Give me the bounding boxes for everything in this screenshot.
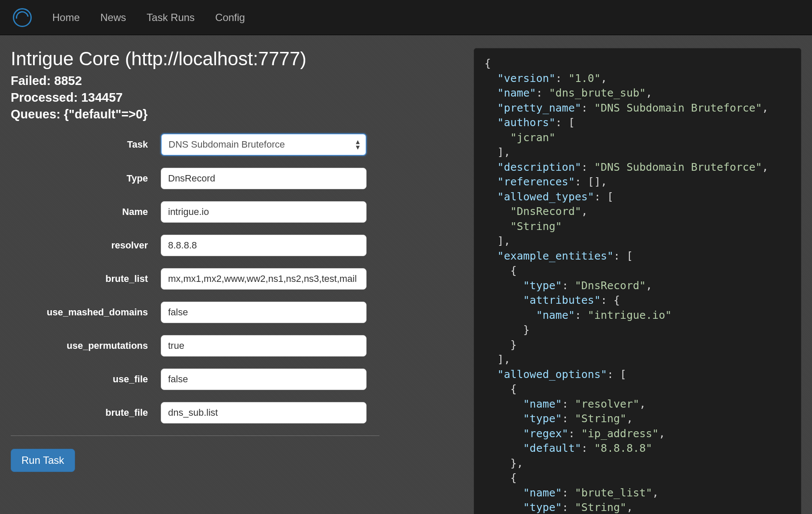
label-type: Type (11, 173, 161, 184)
stat-failed: Failed: 8852 (11, 74, 469, 88)
brute-list-input[interactable] (161, 268, 367, 290)
task-select[interactable]: DNS Subdomain Bruteforce ▴▾ (161, 133, 367, 156)
nav-taskruns[interactable]: Task Runs (147, 12, 195, 24)
resolver-input[interactable] (161, 235, 367, 256)
label-brute-file: brute_file (11, 407, 161, 418)
app-logo-icon[interactable] (13, 8, 32, 27)
nav-home[interactable]: Home (52, 12, 80, 24)
use-permutations-input[interactable] (161, 335, 367, 357)
task-form: Task DNS Subdomain Bruteforce ▴▾ Type Na… (11, 133, 469, 472)
stat-queues: Queues: {"default"=>0} (11, 107, 469, 121)
label-use-file: use_file (11, 374, 161, 385)
label-use-mashed-domains: use_mashed_domains (11, 307, 161, 318)
brute-file-input[interactable] (161, 402, 367, 423)
label-task: Task (11, 139, 161, 150)
page-title: Intrigue Core (http://localhost:7777) (11, 48, 469, 70)
type-input[interactable] (161, 168, 367, 189)
label-use-permutations: use_permutations (11, 340, 161, 351)
use-mashed-domains-input[interactable] (161, 302, 367, 323)
name-input[interactable] (161, 201, 367, 223)
task-select-value: DNS Subdomain Bruteforce (168, 139, 285, 150)
navbar: Home News Task Runs Config (0, 0, 812, 35)
label-resolver: resolver (11, 240, 161, 251)
use-file-input[interactable] (161, 369, 367, 390)
nav-news[interactable]: News (100, 12, 126, 24)
divider (11, 435, 379, 436)
json-panel: { "version": "1.0", "name": "dns_brute_s… (474, 48, 801, 514)
run-task-button[interactable]: Run Task (11, 449, 75, 472)
chevron-updown-icon: ▴▾ (356, 139, 360, 150)
stat-processed: Processed: 134457 (11, 91, 469, 105)
label-name: Name (11, 206, 161, 218)
nav-config[interactable]: Config (215, 12, 245, 24)
label-brute-list: brute_list (11, 273, 161, 284)
